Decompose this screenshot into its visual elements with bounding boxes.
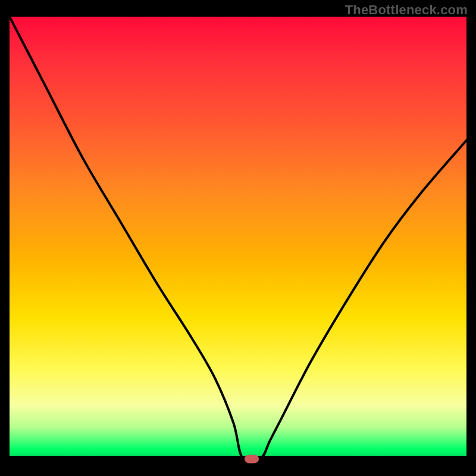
bottleneck-curve-path bbox=[10, 17, 466, 458]
chart-frame: TheBottleneck.com bbox=[0, 0, 476, 476]
plot-area bbox=[10, 17, 466, 458]
watermark-text: TheBottleneck.com bbox=[345, 2, 468, 18]
min-marker bbox=[245, 455, 259, 463]
curve-svg bbox=[10, 17, 466, 458]
